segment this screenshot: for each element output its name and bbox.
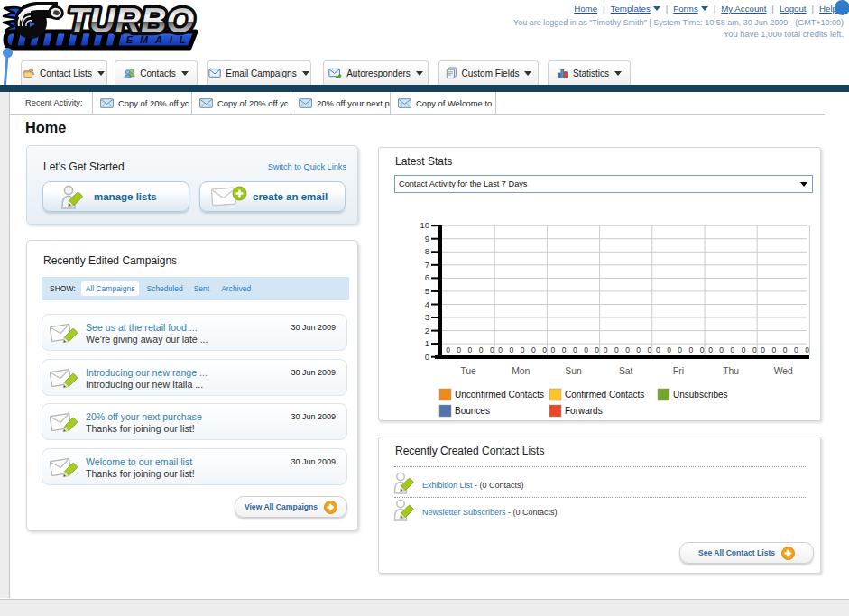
svg-text:0: 0	[468, 345, 473, 354]
svg-text:7: 7	[425, 260, 429, 270]
svg-text:TURBO: TURBO	[68, 2, 194, 40]
svg-text:Thu: Thu	[723, 366, 739, 376]
svg-text:0: 0	[425, 352, 429, 362]
svg-text:Forwards: Forwards	[565, 406, 603, 416]
svg-text:0: 0	[667, 345, 671, 354]
svg-text:0: 0	[708, 345, 713, 354]
svg-text:0: 0	[551, 345, 556, 354]
svg-text:Mon: Mon	[512, 366, 530, 376]
svg-text:0: 0	[531, 345, 536, 354]
svg-text:0: 0	[614, 345, 619, 354]
svg-text:0: 0	[573, 345, 577, 354]
svg-text:0: 0	[794, 345, 798, 354]
svg-text:10: 10	[420, 220, 429, 230]
svg-text:0: 0	[761, 345, 765, 354]
svg-text:2: 2	[425, 326, 429, 336]
svg-text:0: 0	[719, 345, 724, 354]
svg-text:0: 0	[584, 345, 588, 354]
svg-text:0: 0	[479, 345, 484, 354]
svg-text:0: 0	[783, 345, 788, 354]
svg-text:0: 0	[731, 345, 735, 354]
svg-text:0: 0	[656, 345, 660, 354]
svg-text:0: 0	[752, 345, 757, 354]
svg-text:5: 5	[425, 286, 429, 296]
svg-text:Bounces: Bounces	[455, 406, 490, 416]
svg-text:8: 8	[425, 246, 429, 256]
svg-text:Confirmed Contacts: Confirmed Contacts	[565, 390, 644, 400]
svg-text:0: 0	[678, 345, 682, 354]
svg-text:9: 9	[425, 234, 429, 244]
svg-text:0: 0	[689, 345, 694, 354]
svg-text:0: 0	[490, 345, 494, 354]
svg-text:6: 6	[425, 272, 429, 282]
svg-text:3: 3	[425, 312, 429, 322]
svg-text:0: 0	[542, 345, 547, 354]
svg-text:1: 1	[425, 338, 429, 348]
svg-text:Sat: Sat	[619, 366, 633, 376]
svg-text:0: 0	[457, 345, 461, 354]
svg-text:0: 0	[636, 345, 641, 354]
svg-text:Sun: Sun	[565, 366, 582, 376]
svg-text:0: 0	[625, 345, 630, 354]
svg-text:0: 0	[446, 345, 450, 354]
svg-text:Tue: Tue	[460, 366, 476, 376]
svg-text:0: 0	[805, 345, 809, 354]
svg-text:Wed: Wed	[774, 366, 793, 376]
svg-text:4: 4	[425, 299, 429, 309]
svg-text:0: 0	[595, 345, 599, 354]
svg-text:0: 0	[742, 345, 746, 354]
svg-text:0: 0	[700, 345, 705, 354]
svg-text:0: 0	[510, 345, 514, 354]
svg-text:Unconfirmed Contacts: Unconfirmed Contacts	[455, 390, 544, 400]
svg-text:0: 0	[498, 345, 503, 354]
svg-text:0: 0	[648, 345, 652, 354]
svg-text:Fri: Fri	[673, 366, 684, 376]
svg-text:Unsubscribes: Unsubscribes	[673, 390, 728, 400]
svg-text:0: 0	[562, 345, 567, 354]
svg-text:0: 0	[772, 345, 777, 354]
svg-text:0: 0	[604, 345, 608, 354]
svg-text:0: 0	[521, 345, 525, 354]
